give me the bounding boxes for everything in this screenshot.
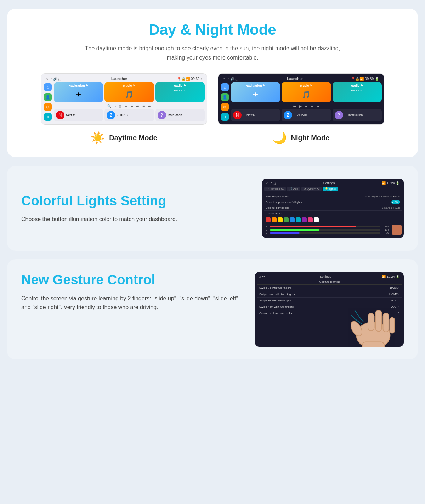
lights-row-support: Does it support colorful lights ● ON — [264, 199, 402, 205]
support-colorful-label: Does it support colorful lights — [266, 200, 302, 204]
night-radio-tile: Radio ✎ FM 87.50 — [333, 82, 382, 102]
custom-color-label: Custom color — [266, 212, 282, 215]
night-sidebar-icon-2: 👤 — [221, 93, 229, 101]
day-ctrl-prev2: ⏮ — [142, 104, 145, 108]
day-music-icon: 🎵 — [107, 89, 152, 100]
day-status-icons: 📍🔒📶 09:32 ▪ — [177, 77, 202, 81]
day-launcher-title: Launcher — [111, 77, 127, 81]
hand-area — [257, 316, 402, 345]
day-topbar: ⌂ ↩ 🔊 ⬚ Launcher 📍🔒📶 09:32 ▪ — [43, 76, 205, 82]
day-nav-label: Navigation ✎ — [56, 84, 101, 87]
swatch-blue[interactable] — [290, 217, 295, 222]
lights-screen-block: ⌂ ↩ ⬚ Settings 📶 10:24 🔋 ↩ Reverse C. 🎵 … — [262, 179, 404, 238]
g-value: 114 — [382, 228, 389, 231]
night-instruction-label: ··· Instruction — [345, 113, 363, 117]
support-colorful-toggle[interactable]: ● ON — [391, 200, 400, 204]
day-sidebar-icon-1: ⌂ — [44, 83, 52, 91]
gesture-description: Control the screen via gesture learning … — [21, 294, 241, 312]
night-launcher-title: Launcher — [287, 77, 303, 81]
night-sidebar: ⌂ 👤 ⚙ ✦ — [220, 82, 230, 122]
lights-topbar-icons: ⌂ ↩ ⬚ — [266, 181, 276, 185]
lights-topbar-time: 📶 10:24 🔋 — [382, 181, 400, 185]
day-ctrl-next: ⏭ — [136, 104, 139, 108]
day-controls: 🔍 ⌂ ▤ ⏮ ▶ ⏭ ⏮ ⏭ — [54, 104, 205, 109]
gesture-ui: ⌂ ↩ ⬚ Settings 📶 10:24 🔋 ‹ Gesture learn… — [255, 272, 404, 347]
night-zlinks-icon: Z — [284, 111, 292, 119]
night-status-icons: 📍🔒📶 09:39 🔋 — [351, 77, 379, 81]
rgb-row-g: G 114 — [266, 228, 389, 231]
night-nav-icon: ✈ — [233, 89, 278, 100]
night-app-grid: Navigation ✎ ✈ Music ✎ 🎵 Radio ✎ FM 87.5… — [231, 82, 382, 102]
b-bar-bg — [270, 232, 380, 234]
night-mode-label-row: 🌙 Night Mode — [218, 131, 384, 145]
lights-row-button-control: Button light control ○ Normally off ○ Al… — [264, 194, 402, 199]
r-bar-fill — [270, 226, 356, 227]
gesture-row-1-value: BACK › — [390, 286, 400, 289]
g-label: G — [266, 228, 268, 231]
settings-tab-system[interactable]: ⚙ System A. — [301, 187, 322, 191]
daytime-screen: ⌂ ↩ 🔊 ⬚ Launcher 📍🔒📶 09:32 ▪ ⌂ 👤 ⚙ ✦ — [41, 73, 207, 125]
day-radio-freq: FM 87.50 — [158, 89, 203, 92]
swatch-green[interactable] — [284, 217, 289, 222]
day-app-grid: Navigation ✎ ✈ Music ✎ 🎵 Radio ✎ FM 87.5… — [54, 82, 205, 102]
day-netflix-label: Netflix — [66, 113, 75, 117]
swatch-red[interactable] — [266, 217, 271, 222]
swatch-purple[interactable] — [302, 217, 307, 222]
night-netflix-label: ··· Netflix — [243, 113, 255, 117]
color-swatches — [264, 216, 402, 223]
gesture-back-arrow: ‹ — [259, 280, 260, 283]
gesture-row-2-label: Swipe down with two fingers — [259, 293, 295, 296]
night-radio-label: Radio ✎ — [335, 84, 380, 87]
colorful-mode-value: ● Manual ○ Auto — [382, 206, 400, 209]
daytime-screen-container: ⌂ ↩ 🔊 ⬚ Launcher 📍🔒📶 09:32 ▪ ⌂ 👤 ⚙ ✦ — [41, 73, 207, 145]
daytime-mode-text: Daytime Mode — [109, 134, 157, 142]
swatch-pink[interactable] — [308, 217, 313, 222]
r-value: 199 — [382, 225, 389, 228]
gesture-row-3-label: Swipe left with two fingers — [259, 299, 292, 302]
swatch-yellow[interactable] — [278, 217, 283, 222]
night-ctrl-next: ⏭ — [305, 104, 308, 108]
day-home-icon: ⌂ ↩ 🔊 ⬚ — [46, 77, 61, 81]
svg-rect-5 — [390, 318, 395, 333]
day-main: Navigation ✎ ✈ Music ✎ 🎵 Radio ✎ FM 87.5… — [54, 82, 205, 122]
night-ctrl-prev2: ⏮ — [311, 104, 314, 108]
night-screen-container: ⌂ ↩ 🔊 ⬚ Launcher 📍🔒📶 09:39 🔋 ⌂ 👤 ⚙ ✦ — [218, 73, 384, 145]
lights-section: Colorful Lights Setting Choose the butto… — [7, 166, 418, 251]
day-sidebar-icon-4: ✦ — [44, 113, 52, 121]
night-instruction-icon: ? — [335, 111, 343, 119]
lights-description: Choose the button illumination color to … — [21, 215, 248, 224]
gesture-header-row: ‹ Gesture learning — [257, 279, 402, 285]
night-music-icon: 🎵 — [284, 89, 329, 100]
day-ctrl-home: ⌂ — [114, 104, 116, 108]
day-ctrl-prev: ⏮ — [125, 104, 128, 108]
gesture-topbar-title: Settings — [320, 275, 332, 278]
lights-row-mode: Colorful light mode ● Manual ○ Auto — [264, 205, 402, 211]
night-bottom-apps: N ··· Netflix Z ··· ZLINKS ? ··· Instruc… — [231, 109, 382, 121]
night-home-icon: ⌂ ↩ 🔊 ⬚ — [223, 77, 238, 81]
settings-tab-lights[interactable]: 💡 lights — [323, 187, 338, 191]
night-zlinks-label: ··· ZLINKS — [294, 113, 308, 117]
settings-tab-aux[interactable]: 🎵 Aux — [287, 187, 300, 191]
day-bottom-apps: N Netflix Z ZLINKS ? Instruction — [54, 109, 205, 121]
gesture-row-5-label: Gesture volume step value — [259, 312, 293, 315]
swatch-white[interactable] — [314, 217, 319, 222]
night-zlinks-app: Z ··· ZLINKS — [282, 109, 331, 121]
settings-tab-reverse[interactable]: ↩ Reverse C. — [264, 187, 286, 191]
gesture-text-block: New Gesture Control Control the screen v… — [21, 272, 241, 312]
lights-title: Colorful Lights Setting — [21, 193, 248, 209]
day-night-section: Day & Night Mode The daytime mode is bri… — [7, 9, 418, 157]
svg-rect-4 — [383, 313, 389, 332]
rgb-row-r: R 199 — [266, 225, 389, 228]
night-sidebar-icon-3: ⚙ — [221, 103, 229, 111]
swatch-orange[interactable] — [272, 217, 277, 222]
day-netflix-icon: N — [56, 111, 64, 119]
night-netflix-icon: N — [233, 111, 242, 119]
day-instruction-icon: ? — [158, 111, 166, 119]
day-music-label: Music ✎ — [107, 84, 152, 87]
day-car-ui: ⌂ ↩ 🔊 ⬚ Launcher 📍🔒📶 09:32 ▪ ⌂ 👤 ⚙ ✦ — [41, 74, 207, 124]
r-bar-bg — [270, 226, 380, 227]
day-zlinks-app: Z ZLINKS — [104, 109, 154, 121]
gesture-topbar-time: 📶 10:24 🔋 — [382, 275, 400, 278]
day-netflix-app: N Netflix — [54, 109, 103, 121]
swatch-cyan[interactable] — [296, 217, 301, 222]
